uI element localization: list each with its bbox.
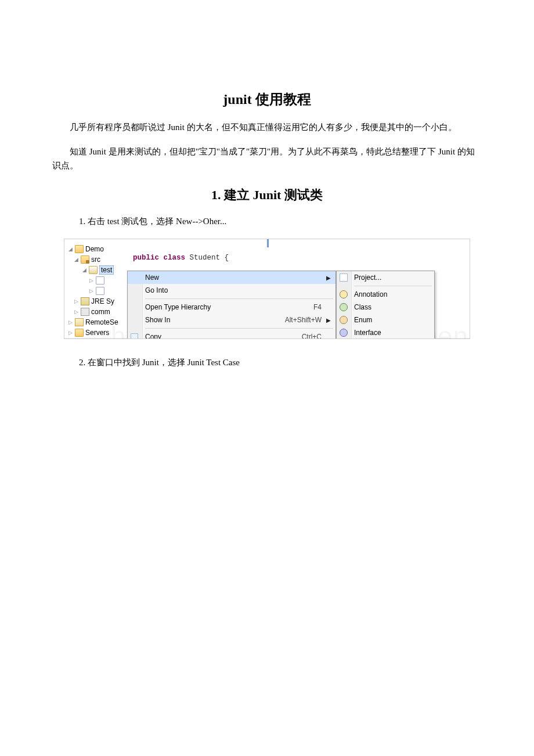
menu-go-into[interactable]: Go Into xyxy=(128,284,335,297)
project-tree: ◢Demo ◢src ◢test ▷ ▷ ▷JRE Sy ▷comm ▷Remo… xyxy=(64,239,125,338)
chevron-right-icon: ▶ xyxy=(326,275,331,281)
tree-src[interactable]: src xyxy=(91,255,100,264)
menu-open-type-hierarchy[interactable]: Open Type HierarchyF4 xyxy=(128,301,335,314)
shortcut-copy: Ctrl+C xyxy=(302,333,322,339)
jar-icon xyxy=(81,308,89,316)
shortcut-f4: F4 xyxy=(313,303,322,311)
title-eng: junit xyxy=(223,92,251,107)
project-file-icon xyxy=(340,273,348,282)
section-heading-1: 1. 建立 Junit 测试类 xyxy=(52,186,482,204)
menu-new[interactable]: New▶ xyxy=(128,271,335,284)
eclipse-screenshot: ◢Demo ◢src ◢test ▷ ▷ ▷JRE Sy ▷comm ▷Remo… xyxy=(64,239,470,339)
code-class-decl: public class Student { xyxy=(133,253,466,263)
jre-lib-icon xyxy=(81,297,89,305)
tree-test[interactable]: test xyxy=(99,265,114,275)
submenu-interface[interactable]: Interface xyxy=(337,326,434,339)
folder-icon xyxy=(75,329,84,337)
java-file-icon xyxy=(96,276,104,285)
menu-show-in[interactable]: Show InAlt+Shift+W▶ xyxy=(128,314,335,326)
page-title: junit 使用教程 xyxy=(52,90,482,109)
tree-comm[interactable]: comm xyxy=(91,308,110,316)
title-cn: 使用教程 xyxy=(252,92,311,107)
menu-copy[interactable]: CopyCtrl+C xyxy=(128,330,335,339)
submenu-annotation[interactable]: Annotation xyxy=(337,288,434,301)
project-icon xyxy=(75,245,84,253)
server-icon xyxy=(75,318,84,326)
step-2: 2. 在窗口中找到 Junit，选择 Junit Test Case xyxy=(79,355,482,369)
tree-demo[interactable]: Demo xyxy=(85,245,104,253)
context-menu: New▶ Go Into Open Type HierarchyF4 Show … xyxy=(127,271,336,339)
package-icon xyxy=(89,266,98,274)
tree-jre[interactable]: JRE Sy xyxy=(91,297,114,305)
tree-remote[interactable]: RemoteSe xyxy=(85,318,118,326)
shortcut-showin: Alt+Shift+W xyxy=(285,316,322,324)
submenu-enum[interactable]: Enum xyxy=(337,314,434,326)
intro-para-1: 几乎所有程序员都听说过 Junit 的大名，但不知真正懂得运用它的人有多少，我便… xyxy=(52,120,482,134)
chevron-right-icon: ▶ xyxy=(326,317,331,323)
step-1: 1. 右击 test 测试包，选择 New-->Oher... xyxy=(79,214,482,228)
submenu-class[interactable]: Class xyxy=(337,301,434,314)
src-folder-icon xyxy=(81,255,89,264)
annotation-icon xyxy=(340,290,348,298)
tree-servers[interactable]: Servers xyxy=(85,329,109,337)
intro-para-2: 知道 Junit 是用来测试的，但却把"宝刀"当成了"菜刀"用。为了从此不再菜鸟… xyxy=(52,145,482,172)
submenu-project[interactable]: Project... xyxy=(337,271,434,284)
enum-icon xyxy=(340,316,348,324)
new-submenu: Project... Annotation Class Enum Interfa… xyxy=(336,271,435,339)
copy-icon xyxy=(131,333,138,340)
java-file-icon xyxy=(96,287,104,295)
class-icon xyxy=(340,303,348,311)
interface-icon xyxy=(340,329,348,337)
